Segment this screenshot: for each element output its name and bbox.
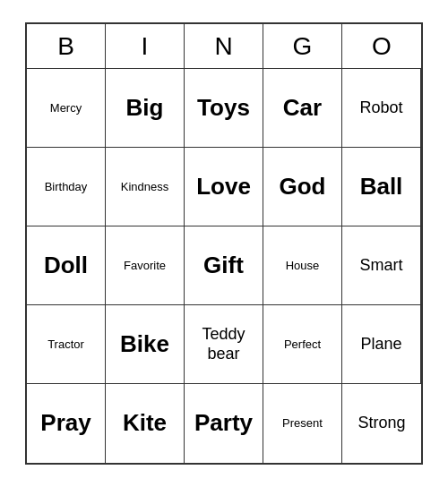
bingo-cell: Bike <box>106 305 185 384</box>
bingo-cell: Robot <box>342 69 421 148</box>
header-cell: I <box>106 24 185 69</box>
bingo-header: BINGO <box>27 24 421 69</box>
bingo-cell: God <box>263 148 342 226</box>
bingo-cell: Ball <box>342 148 421 226</box>
bingo-card: BINGO MercyBigToysCarRobotBirthdayKindne… <box>25 22 423 465</box>
bingo-cell: House <box>263 226 342 305</box>
bingo-cell: Love <box>185 148 263 226</box>
bingo-cell: Big <box>106 69 185 148</box>
header-cell: G <box>263 24 342 69</box>
bingo-cell: Present <box>263 384 342 463</box>
bingo-cell: Favorite <box>106 226 185 305</box>
bingo-cell: Car <box>263 69 342 148</box>
header-cell: N <box>185 24 263 69</box>
bingo-cell: Plane <box>342 305 421 384</box>
bingo-cell: Toys <box>185 69 263 148</box>
bingo-cell: Smart <box>342 226 421 305</box>
bingo-cell: Gift <box>185 226 263 305</box>
bingo-grid: MercyBigToysCarRobotBirthdayKindnessLove… <box>27 69 421 463</box>
header-cell: B <box>27 24 106 69</box>
bingo-cell: Kindness <box>106 148 185 226</box>
bingo-cell: Strong <box>342 384 421 463</box>
bingo-cell: Doll <box>27 226 106 305</box>
bingo-cell: Perfect <box>263 305 342 384</box>
bingo-cell: Teddy bear <box>185 305 263 384</box>
bingo-cell: Kite <box>106 384 185 463</box>
bingo-cell: Birthday <box>27 148 106 226</box>
header-cell: O <box>342 24 421 69</box>
bingo-cell: Mercy <box>27 69 106 148</box>
bingo-cell: Party <box>185 384 263 463</box>
bingo-cell: Tractor <box>27 305 106 384</box>
bingo-cell: Pray <box>27 384 106 463</box>
